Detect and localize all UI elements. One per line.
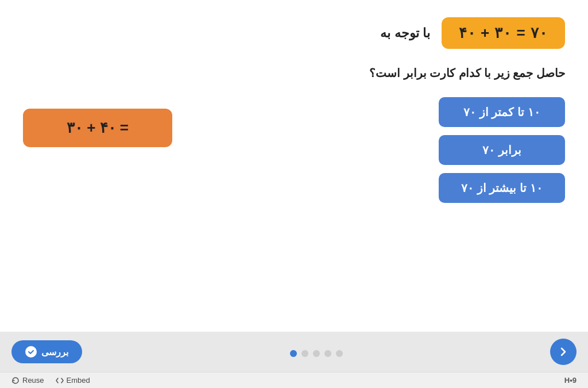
dot-1 — [290, 350, 297, 357]
header-row: با توجه به ۷۰ = ۳۰ + ۴۰ — [23, 17, 565, 49]
left-section: = ۴۰ + ۳۰ — [23, 97, 172, 147]
reuse-label: Reuse — [22, 376, 44, 385]
reuse-icon — [11, 377, 20, 385]
embed-label: Embed — [67, 376, 90, 385]
dot-3 — [313, 350, 320, 357]
answer-btn-1[interactable]: ۱۰ تا کمتر از ۷۰ — [439, 97, 565, 127]
orange-card: = ۴۰ + ۳۰ — [23, 109, 172, 147]
dot-5 — [336, 350, 343, 357]
dot-4 — [324, 350, 331, 357]
question-text: حاصل جمع زیر با کدام کارت برابر است؟ — [23, 66, 565, 80]
dot-2 — [301, 350, 308, 357]
pagination-dots — [290, 344, 343, 360]
embed-icon — [56, 377, 64, 385]
embed-button[interactable]: Embed — [56, 376, 90, 385]
next-button[interactable] — [550, 339, 577, 365]
answer-options: ۱۰ تا کمتر از ۷۰ برابر ۷۰ ۱۰ تا بیشتر از… — [439, 97, 565, 203]
check-button[interactable]: بررسی — [11, 340, 82, 363]
checkmark-icon — [25, 346, 37, 358]
brand-label: H•9 — [564, 376, 577, 385]
bottom-bar: بررسی — [0, 332, 588, 372]
check-button-label: بررسی — [41, 347, 68, 358]
yellow-badge: ۷۰ = ۳۰ + ۴۰ — [442, 17, 565, 49]
header-label: با توجه به — [380, 26, 430, 41]
footer-bar: Reuse Embed H•9 — [0, 372, 588, 388]
main-area: = ۴۰ + ۳۰ ۱۰ تا کمتر از ۷۰ برابر ۷۰ ۱۰ ت… — [23, 97, 565, 320]
answer-btn-2[interactable]: برابر ۷۰ — [439, 135, 565, 165]
main-content: با توجه به ۷۰ = ۳۰ + ۴۰ حاصل جمع زیر با … — [0, 0, 588, 332]
reuse-button[interactable]: Reuse — [11, 376, 44, 385]
answer-btn-3[interactable]: ۱۰ تا بیشتر از ۷۰ — [439, 173, 565, 203]
